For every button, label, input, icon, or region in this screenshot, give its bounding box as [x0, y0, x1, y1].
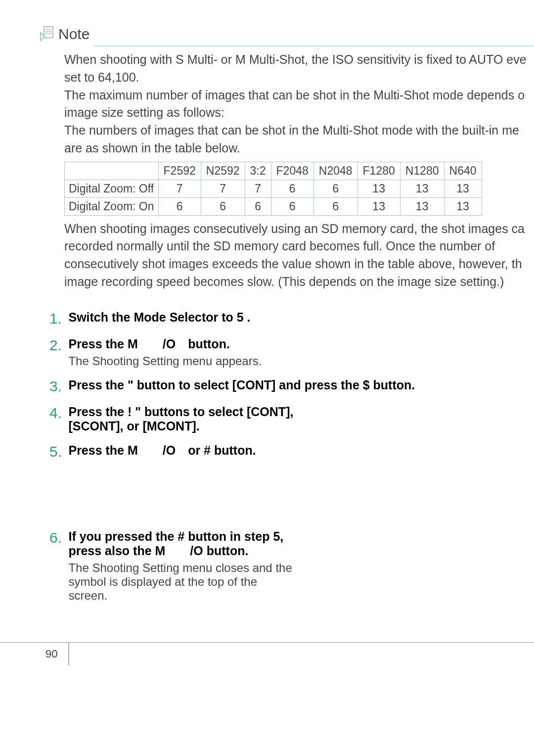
table-header-cell	[65, 162, 159, 180]
note-line: When shooting with S Multi- or M Multi-S…	[64, 51, 534, 68]
table-cell: 13	[400, 180, 444, 197]
table-header-cell: N640	[444, 162, 482, 180]
step-number: 3.	[49, 378, 66, 395]
step-instruction: If you pressed the # button in step 5, p…	[68, 529, 283, 558]
step-number: 4.	[49, 405, 66, 422]
table-row: Digital Zoom: Off 7 7 7 6 6 13 13 13	[65, 180, 482, 197]
table-cell: 6	[271, 180, 313, 197]
step-item: 6. If you pressed the # button in step 5…	[49, 529, 534, 603]
table-cell: 13	[444, 197, 482, 215]
step-instruction: Switch the Mode Selector to 5 .	[68, 310, 250, 324]
step-instruction: Press the ! " buttons to select [CONT], …	[68, 405, 296, 433]
table-header-cell: N1280	[400, 162, 444, 180]
table-cell: 13	[357, 180, 400, 197]
table-header-cell: 3:2	[245, 162, 271, 180]
step-item: 2. Press the M /O button. The Shooting S…	[49, 337, 534, 368]
note-line: set to 64,100.	[64, 69, 534, 86]
note-rule	[93, 46, 534, 47]
step-number: 6.	[49, 529, 66, 546]
note-line: image recording speed becomes slow. (Thi…	[64, 274, 534, 290]
note-line: are as shown in the table below.	[64, 140, 534, 157]
table-cell: Digital Zoom: On	[65, 197, 159, 215]
table-cell: 13	[357, 197, 400, 215]
step-number: 5.	[49, 443, 66, 460]
table-cell: 6	[158, 197, 201, 215]
note-line: The maximum number of images that can be…	[64, 87, 534, 104]
note-body: When shooting with S Multi- or M Multi-S…	[40, 51, 534, 290]
step-instruction: Press the M /O button.	[68, 337, 229, 351]
table-cell: 7	[201, 180, 245, 197]
steps-list-cont: 6. If you pressed the # button in step 5…	[40, 529, 534, 603]
table-cell: 6	[271, 197, 313, 215]
page-number: 90	[35, 643, 69, 665]
step-number: 1.	[49, 310, 66, 327]
table-header-cell: F1280	[357, 162, 400, 180]
steps-list: 1. Switch the Mode Selector to 5 . 2. Pr…	[40, 310, 534, 460]
note-line: The numbers of images that can be shot i…	[64, 122, 534, 139]
step-description: The Shooting Setting menu appears.	[68, 354, 262, 368]
table-row: Digital Zoom: On 6 6 6 6 6 13 13 13	[65, 197, 482, 215]
table-cell: 7	[245, 180, 271, 197]
note-line: When shooting images consecutively using…	[64, 221, 534, 237]
table-header-cell: F2048	[271, 162, 313, 180]
step-item: 3. Press the " button to select [CONT] a…	[49, 378, 534, 395]
table-header-row: F2592 N2592 3:2 F2048 N2048 F1280 N1280 …	[65, 162, 482, 180]
table-header-cell: F2592	[158, 162, 201, 180]
step-item: 4. Press the ! " buttons to select [CONT…	[49, 405, 534, 433]
svg-rect-0	[44, 27, 53, 38]
table-cell: 13	[400, 197, 444, 215]
table-cell: 6	[313, 197, 357, 215]
step-instruction: Press the " button to select [CONT] and …	[68, 378, 415, 392]
table-cell: 6	[245, 197, 271, 215]
step-instruction: Press the M /O or # button.	[68, 443, 256, 457]
table-cell: Digital Zoom: Off	[65, 180, 159, 197]
table-cell: 6	[201, 197, 245, 215]
table-cell: 7	[158, 180, 201, 197]
step-number: 2.	[49, 337, 66, 354]
page-footer: 90	[0, 642, 534, 665]
note-line: image size setting as follows:	[64, 104, 534, 121]
note-icon	[40, 26, 54, 42]
note-line: recorded normally until the SD memory ca…	[64, 238, 534, 255]
table-cell: 6	[313, 180, 357, 197]
shots-table: F2592 N2592 3:2 F2048 N2048 F1280 N1280 …	[64, 162, 482, 216]
step-item: 1. Switch the Mode Selector to 5 .	[49, 310, 534, 327]
table-cell: 13	[444, 180, 482, 197]
note-line: consecutively shot images exceeds the va…	[64, 256, 534, 273]
table-header-cell: N2048	[313, 162, 357, 180]
table-header-cell: N2592	[201, 162, 245, 180]
step-description: The Shooting Setting menu closes and the…	[68, 561, 296, 603]
note-heading: Note	[58, 26, 89, 43]
step-item: 5. Press the M /O or # button.	[49, 443, 534, 460]
